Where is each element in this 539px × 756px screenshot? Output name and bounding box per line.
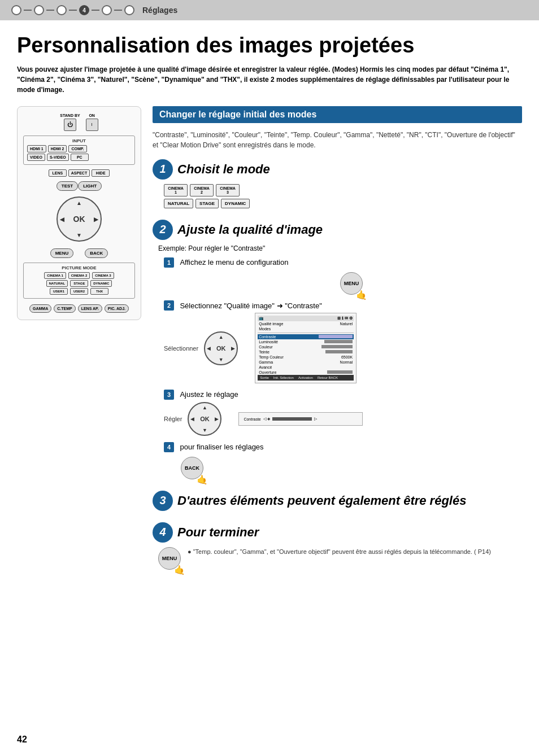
sub2-number: 2	[164, 300, 174, 311]
screen-qualite: Qualité image	[259, 322, 283, 326]
lumin-label: Luminosité	[259, 340, 278, 344]
mini-arr-left-3: ◀	[190, 416, 194, 422]
standby-button[interactable]: ⏻	[64, 119, 76, 131]
init-label: Init. Sélection	[273, 376, 294, 379]
cinema3-button[interactable]: CINEMA 3	[92, 272, 114, 279]
picture-mode-section: PICTURE MODE CINEMA 1 CINEMA 2 CINEMA 3 …	[23, 263, 135, 299]
selecteur-row: Sélectionner ▲ ▼ ◀ ▶ OK	[164, 313, 522, 383]
step4-number: 4	[153, 522, 173, 543]
hide-button[interactable]: HIDE	[92, 169, 110, 177]
input-label: INPUT	[27, 138, 131, 143]
hdmi1-button[interactable]: HDMI 1	[27, 145, 46, 152]
cinema2-step1[interactable]: CINEMA2	[190, 184, 214, 196]
ok-mini-controller-3[interactable]: ▲ ▼ ◀ ▶ OK	[188, 402, 221, 436]
remote-control: STAND BY ⏻ ON I INPUT HDMI 1 HDMI 2 COMP…	[17, 106, 141, 320]
stage-step1[interactable]: STAGE	[195, 199, 219, 208]
test-button[interactable]: TEST	[56, 181, 78, 191]
step2-header: 2 Ajuste la qualité d'image	[153, 220, 522, 240]
step2-number: 2	[153, 220, 173, 240]
cinema2-button[interactable]: CINEMA 2	[68, 272, 90, 279]
arrow-down-icon[interactable]: ▼	[76, 232, 82, 238]
sortie-label: Sortie	[260, 376, 269, 379]
back-circle-label: BACK	[185, 465, 199, 471]
hdmi2-button[interactable]: HDMI 2	[48, 145, 67, 152]
step2-example: Exemple: Pour régler le "Contraste"	[158, 244, 522, 252]
menu-button[interactable]: MENU	[50, 248, 74, 258]
arrow-left-icon[interactable]: ◀	[60, 216, 64, 222]
contrast-adjust-icon: ◁ ◈	[263, 417, 270, 421]
ok-button[interactable]: OK	[73, 215, 85, 224]
ok-mini-label-3[interactable]: OK	[200, 416, 210, 422]
user2-button[interactable]: USER2	[70, 288, 88, 295]
cinema3-step1[interactable]: CINEMA3	[216, 184, 240, 196]
sub4-text: pour finaliser les réglages	[180, 443, 263, 451]
natural-button[interactable]: NATURAL	[46, 280, 68, 287]
comp-button[interactable]: COMP.	[68, 145, 86, 152]
on-button[interactable]: I	[86, 119, 98, 131]
thx-button[interactable]: THX	[90, 288, 108, 295]
connector	[24, 10, 32, 11]
video-button[interactable]: VIDEO	[27, 154, 45, 161]
stage-button[interactable]: STAGE	[70, 280, 88, 287]
contrast-bar-screen	[319, 335, 353, 338]
retour-label: Retour BACK	[318, 376, 338, 379]
ok-directional[interactable]: ▲ ▼ ◀ ▶ OK	[56, 196, 102, 242]
mini-arr-down-3: ▼	[202, 427, 207, 433]
sub-step2: 2 Sélectionnez "Qualité image" ➜ "Contra…	[158, 300, 522, 384]
back-button[interactable]: BACK	[85, 248, 108, 258]
step3-block: 3 D'autres éléments peuvent également êt…	[153, 491, 522, 511]
sub2-text: Sélectionnez "Qualité image" ➜ "Contrast…	[180, 301, 321, 310]
pc-button[interactable]: PC	[71, 154, 89, 161]
contrast-arrow-right: ▷	[314, 417, 317, 421]
screen-icons2: ⊞ ℹ ✉ ⚙	[337, 316, 353, 321]
picture-mode-label: PICTURE MODE	[27, 265, 131, 270]
couleur-row: Couleur	[258, 344, 354, 349]
user-thx-row: USER1 USER2 THX	[27, 288, 131, 295]
contrast-screen-label: Contraste	[244, 417, 260, 421]
teinte-row: Teinte	[258, 349, 354, 355]
gamma-button[interactable]: GAMMA	[29, 304, 51, 313]
arrow-up-icon[interactable]: ▲	[76, 200, 82, 206]
user1-button[interactable]: USER1	[50, 288, 68, 295]
arrow-right-icon[interactable]: ▶	[94, 216, 98, 222]
svideo-button[interactable]: S-VIDEO	[47, 154, 69, 161]
step4-header: 4 Pour terminer	[153, 522, 522, 543]
dynamic-step1[interactable]: DYNAMIC	[221, 199, 250, 208]
mini-arrow-left: ◀	[207, 346, 211, 351]
ctemp-button[interactable]: C.TEMP	[54, 304, 75, 313]
lens-ap-button[interactable]: LENS AP.	[78, 304, 102, 313]
lens-row: LENS ASPECT HIDE	[49, 169, 110, 177]
two-col-layout: STAND BY ⏻ ON I INPUT HDMI 1 HDMI 2 COMP…	[17, 106, 522, 581]
step2-content: Exemple: Pour régler le "Contraste" 1 Af…	[153, 244, 522, 479]
temp-row: Temp Couleur 6500K	[258, 355, 354, 360]
aspect-button[interactable]: ASPECT	[68, 169, 90, 177]
natural-step1[interactable]: NATURAL	[164, 199, 193, 208]
ok-mini-controller[interactable]: ▲ ▼ ◀ ▶ OK	[204, 331, 238, 365]
contrast-screen-row: Contraste ◁ ◈ ▷	[241, 415, 360, 423]
section-intro: "Contraste", "Luminosité", "Couleur", "T…	[153, 130, 522, 150]
sub-step1: 1 Affichez le menu de configuration MENU…	[158, 257, 522, 295]
step3-title: D'autres éléments peuvent également être…	[177, 493, 466, 508]
dynamic-button[interactable]: DYNAMIC	[90, 280, 112, 287]
mini-arr-up-3: ▲	[202, 405, 207, 410]
lens-button[interactable]: LENS	[49, 169, 67, 177]
contrast-label-screen: Contraste	[259, 335, 276, 339]
pic-adj-button[interactable]: PIC. ADJ.	[105, 304, 129, 313]
top-bar: 4 Réglages	[0, 0, 539, 20]
mini-arrow-down: ▼	[219, 357, 224, 362]
mini-arrow-up: ▲	[219, 334, 224, 340]
activation-label: Activation	[298, 376, 313, 379]
step4-bullet: ● "Temp. couleur", "Gamma", et "Ouvertur…	[188, 547, 491, 557]
cinema1-button[interactable]: CINEMA 1	[44, 272, 66, 279]
step4-hand-icon: 🤙	[174, 565, 185, 575]
screen-naturel: Naturel	[340, 322, 353, 326]
mini-arr-right-3: ▶	[215, 416, 219, 422]
step1-block: 1 Choisit le mode CINEMA1 CINEMA2 CINEMA…	[153, 159, 522, 208]
temp-label: Temp Couleur	[259, 355, 284, 359]
modes-label: Modes	[259, 327, 271, 331]
connector	[69, 10, 77, 11]
light-button[interactable]: LIGHT	[78, 181, 102, 191]
step1-number: 1	[153, 159, 173, 180]
cinema1-step1[interactable]: CINEMA1	[164, 184, 188, 196]
ok-mini-label[interactable]: OK	[216, 345, 226, 352]
